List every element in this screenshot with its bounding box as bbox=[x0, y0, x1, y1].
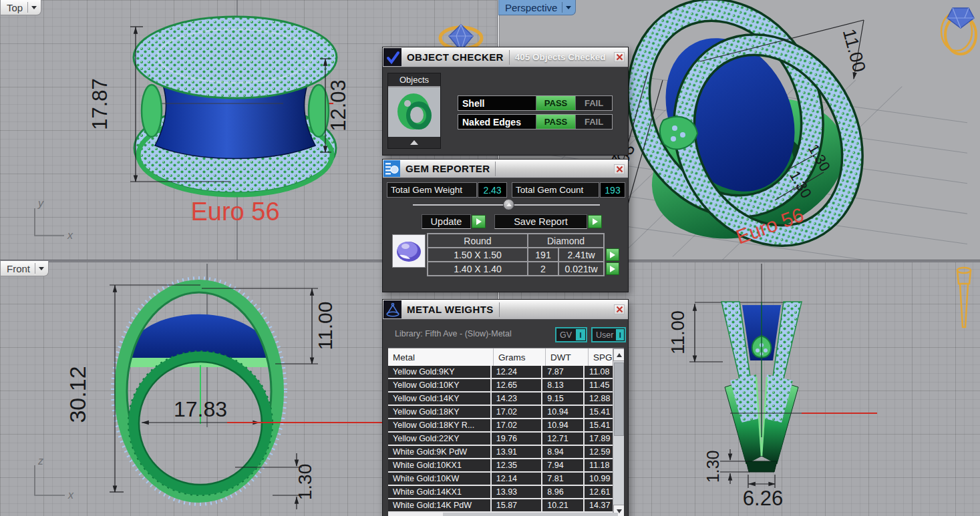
gem-reporter-panel: GEM REPORTER Total Gem Weight 2.43 Total… bbox=[382, 159, 629, 292]
metal-value-cell: 14.23 bbox=[492, 393, 543, 406]
update-run-button[interactable] bbox=[472, 215, 486, 228]
panel-slider-handle[interactable] bbox=[503, 199, 514, 210]
viewport-tab-top[interactable]: Top bbox=[0, 0, 41, 15]
check-label: Naked Edges bbox=[458, 115, 536, 129]
table-row[interactable]: Yellow Gold:9KY12.247.8711.08 bbox=[388, 366, 624, 379]
metal-name-cell: Yellow Gold:9KY bbox=[388, 366, 492, 379]
gem-thumbnail[interactable] bbox=[392, 234, 426, 268]
fail-indicator[interactable]: FAIL bbox=[575, 96, 612, 110]
ring-section-view[interactable] bbox=[721, 302, 802, 472]
metal-value-cell: 12.35 bbox=[492, 459, 543, 473]
metal-value-cell: 9.15 bbox=[542, 393, 585, 406]
panel-title: METAL WEIGHTS bbox=[407, 304, 494, 315]
column-header[interactable]: Metal bbox=[388, 348, 494, 366]
viewport-tab-label: Front bbox=[7, 263, 30, 274]
shell-check-row: Shell PASS FAIL bbox=[458, 95, 613, 111]
metal-value-cell: 19.76 bbox=[492, 433, 543, 446]
metal-value-cell: 12.24 bbox=[492, 366, 543, 379]
table-row[interactable]: White Gold:10KX112.357.9411.18 bbox=[388, 459, 624, 473]
gem-row-action-button[interactable] bbox=[606, 248, 619, 261]
metal-value-cell: 13.93 bbox=[492, 486, 543, 499]
play-icon bbox=[476, 218, 482, 225]
gv-toggle[interactable]: GV I bbox=[555, 327, 587, 342]
panel-title: OBJECT CHECKER bbox=[407, 51, 504, 63]
metal-name-cell: White Gold:14KX1 bbox=[388, 486, 492, 499]
vertical-scrollbar[interactable] bbox=[613, 348, 624, 516]
pass-indicator[interactable]: PASS bbox=[536, 115, 575, 129]
gem-weight-cell[interactable]: 2.41tw bbox=[559, 248, 603, 261]
metal-weights-titlebar[interactable]: METAL WEIGHTS bbox=[383, 300, 628, 320]
gem-table: Round Diamond 1.50 X 1.50 191 2.41tw 1.4… bbox=[427, 233, 605, 276]
play-icon bbox=[610, 252, 615, 258]
chevron-down-icon bbox=[39, 267, 44, 270]
viewport-tab-perspective[interactable]: Perspective bbox=[498, 0, 576, 15]
scroll-up-button[interactable] bbox=[613, 348, 624, 361]
metal-value-cell: 17.02 bbox=[492, 406, 543, 419]
scrollbar-thumb[interactable] bbox=[614, 362, 624, 436]
metal-value-cell: 8.96 bbox=[542, 486, 585, 499]
metal-name-cell: Yellow Gold:22KY bbox=[388, 433, 492, 446]
save-report-run-button[interactable] bbox=[588, 215, 602, 228]
metal-table-body: Yellow Gold:9KY12.247.8711.08Yellow Gold… bbox=[388, 366, 624, 513]
metal-name-cell: White Gold:10KW bbox=[388, 473, 492, 486]
table-row[interactable]: Yellow Gold:22KY19.7612.7117.89 bbox=[388, 433, 624, 446]
table-row[interactable]: Yellow Gold:18KY R...17.0210.9415.41 bbox=[388, 419, 624, 433]
svg-text:x: x bbox=[67, 489, 74, 501]
dimension-label: 1.30 bbox=[295, 464, 315, 501]
column-header[interactable]: DWT bbox=[546, 348, 589, 366]
gem-shape-header: Round bbox=[428, 234, 527, 247]
gem-size-cell[interactable]: 1.40 X 1.40 bbox=[428, 262, 527, 275]
metal-weights-panel: METAL WEIGHTS Library: Fifth Ave - (Slow… bbox=[382, 299, 629, 516]
dimension-label: 11.00 bbox=[668, 310, 688, 354]
objects-preview-widget: Objects bbox=[387, 73, 441, 149]
gem-count-cell[interactable]: 191 bbox=[528, 248, 558, 261]
horizontal-scrollbar[interactable] bbox=[443, 513, 618, 516]
object-checker-panel: OBJECT CHECKER 405 Objects Checked Objec… bbox=[382, 47, 629, 156]
pass-indicator[interactable]: PASS bbox=[536, 96, 575, 110]
metal-value-cell: 10.94 bbox=[542, 419, 585, 433]
metal-value-cell: 15.87 bbox=[492, 499, 543, 513]
gem-weight-cell[interactable]: 0.021tw bbox=[559, 262, 603, 275]
dimension-label: 11.00 bbox=[314, 302, 336, 350]
cad-workspace: 17.87 12.03 Euro 56 y x bbox=[0, 0, 980, 516]
gem-reporter-titlebar[interactable]: GEM REPORTER bbox=[383, 160, 628, 178]
gem-size-cell[interactable]: 1.50 X 1.50 bbox=[428, 248, 527, 261]
update-button[interactable]: Update bbox=[422, 214, 471, 229]
table-row[interactable]: White Gold:9K PdW13.918.9412.59 bbox=[388, 446, 624, 459]
object-thumbnail[interactable] bbox=[388, 87, 440, 137]
ring-front-view[interactable] bbox=[113, 278, 285, 504]
table-row[interactable]: White Gold:14KX113.938.9612.61 bbox=[388, 486, 624, 499]
metal-value-cell: 12.71 bbox=[542, 433, 585, 446]
collapse-button[interactable] bbox=[388, 137, 440, 148]
svg-text:x: x bbox=[67, 230, 73, 241]
metal-name-cell: White Gold:10KX1 bbox=[388, 459, 492, 473]
gem-type-header: Diamond bbox=[528, 234, 603, 247]
table-row[interactable]: Yellow Gold:10KY12.658.1311.45 bbox=[388, 379, 624, 393]
gem-row-action-button[interactable] bbox=[606, 262, 619, 275]
metal-name-cell: Yellow Gold:18KY bbox=[388, 406, 492, 419]
axis-indicator: y x bbox=[35, 198, 73, 241]
dimension-11.00 bbox=[689, 304, 723, 362]
svg-text:y: y bbox=[37, 198, 44, 209]
ring-size-label: Euro 56 bbox=[190, 198, 279, 226]
play-icon bbox=[610, 266, 615, 272]
table-row[interactable]: White Gold:14K PdW15.8710.2114.37 bbox=[388, 499, 624, 513]
ring-top-view[interactable] bbox=[134, 17, 337, 195]
viewport-tab-front[interactable]: Front bbox=[0, 261, 49, 276]
save-report-button[interactable]: Save Report bbox=[494, 214, 587, 229]
table-row[interactable]: White Gold:10KW12.147.8110.99 bbox=[388, 473, 624, 486]
fail-indicator[interactable]: FAIL bbox=[575, 115, 612, 129]
table-row[interactable]: Yellow Gold:14KY14.239.1512.88 bbox=[388, 393, 624, 406]
total-gem-count-value: 193 bbox=[600, 182, 625, 198]
close-icon[interactable] bbox=[614, 164, 625, 174]
object-checker-titlebar[interactable]: OBJECT CHECKER 405 Objects Checked bbox=[383, 47, 628, 67]
user-toggle[interactable]: User I bbox=[591, 327, 626, 342]
dimension-label: 17.83 bbox=[174, 397, 227, 421]
metal-value-cell: 10.21 bbox=[542, 499, 585, 513]
objects-checked-status: 405 Objects Checked bbox=[515, 53, 619, 62]
column-header[interactable]: Grams bbox=[494, 348, 546, 366]
table-row[interactable]: Yellow Gold:18KY17.0210.9415.41 bbox=[388, 406, 624, 419]
close-icon[interactable] bbox=[614, 52, 625, 62]
gem-count-cell[interactable]: 2 bbox=[528, 262, 558, 275]
close-icon[interactable] bbox=[614, 304, 625, 314]
